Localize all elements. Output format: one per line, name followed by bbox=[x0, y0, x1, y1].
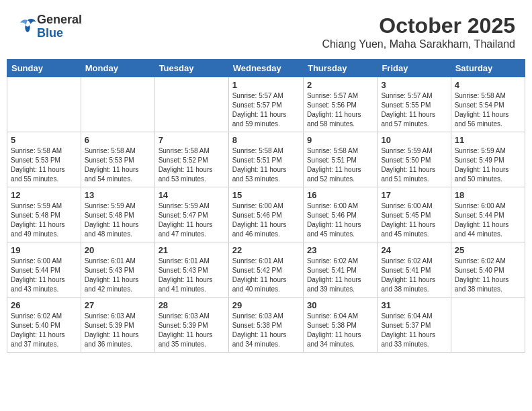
calendar-cell: 10Sunrise: 5:59 AM Sunset: 5:50 PM Dayli… bbox=[378, 132, 451, 187]
day-info: Sunrise: 6:00 AM Sunset: 5:46 PM Dayligh… bbox=[307, 201, 373, 239]
day-info: Sunrise: 5:59 AM Sunset: 5:48 PM Dayligh… bbox=[85, 201, 151, 239]
day-info: Sunrise: 5:58 AM Sunset: 5:53 PM Dayligh… bbox=[85, 146, 151, 184]
calendar-cell: 2Sunrise: 5:57 AM Sunset: 5:56 PM Daylig… bbox=[303, 77, 377, 132]
weekday-header-tuesday: Tuesday bbox=[154, 60, 228, 77]
day-info: Sunrise: 6:04 AM Sunset: 5:37 PM Dayligh… bbox=[381, 312, 447, 349]
calendar-week-row: 19Sunrise: 6:00 AM Sunset: 5:44 PM Dayli… bbox=[7, 242, 525, 298]
day-info: Sunrise: 6:01 AM Sunset: 5:43 PM Dayligh… bbox=[159, 257, 225, 294]
day-number: 1 bbox=[232, 80, 300, 90]
calendar-cell: 29Sunrise: 6:03 AM Sunset: 5:38 PM Dayli… bbox=[228, 298, 303, 353]
day-number: 30 bbox=[307, 300, 373, 310]
weekday-header-saturday: Saturday bbox=[451, 60, 525, 77]
calendar-cell: 20Sunrise: 6:01 AM Sunset: 5:43 PM Dayli… bbox=[81, 242, 154, 298]
calendar-cell: 5Sunrise: 5:58 AM Sunset: 5:53 PM Daylig… bbox=[7, 132, 81, 187]
calendar-cell: 17Sunrise: 6:00 AM Sunset: 5:45 PM Dayli… bbox=[378, 187, 451, 242]
calendar-cell bbox=[81, 77, 154, 132]
calendar-week-row: 26Sunrise: 6:02 AM Sunset: 5:40 PM Dayli… bbox=[7, 298, 525, 353]
calendar-cell bbox=[154, 77, 228, 132]
day-info: Sunrise: 6:03 AM Sunset: 5:38 PM Dayligh… bbox=[232, 312, 300, 349]
day-number: 16 bbox=[307, 190, 373, 200]
calendar-cell: 6Sunrise: 5:58 AM Sunset: 5:53 PM Daylig… bbox=[81, 132, 154, 187]
day-number: 14 bbox=[159, 190, 225, 200]
calendar-cell: 14Sunrise: 5:59 AM Sunset: 5:47 PM Dayli… bbox=[154, 187, 228, 242]
day-number: 21 bbox=[159, 245, 225, 255]
weekday-header-wednesday: Wednesday bbox=[228, 60, 303, 77]
calendar-cell: 9Sunrise: 5:58 AM Sunset: 5:51 PM Daylig… bbox=[303, 132, 377, 187]
calendar-cell: 4Sunrise: 5:58 AM Sunset: 5:54 PM Daylig… bbox=[451, 77, 525, 132]
day-info: Sunrise: 6:01 AM Sunset: 5:43 PM Dayligh… bbox=[85, 257, 151, 294]
day-number: 9 bbox=[307, 135, 373, 145]
calendar-cell: 24Sunrise: 6:02 AM Sunset: 5:41 PM Dayli… bbox=[378, 242, 451, 298]
calendar-cell bbox=[7, 77, 81, 132]
calendar-cell: 19Sunrise: 6:00 AM Sunset: 5:44 PM Dayli… bbox=[7, 242, 81, 298]
logo: General Blue bbox=[17, 13, 82, 40]
day-number: 8 bbox=[232, 135, 300, 145]
calendar-cell: 1Sunrise: 5:57 AM Sunset: 5:57 PM Daylig… bbox=[228, 77, 303, 132]
day-number: 31 bbox=[381, 300, 447, 310]
calendar-cell: 28Sunrise: 6:03 AM Sunset: 5:39 PM Dayli… bbox=[154, 298, 228, 353]
day-number: 6 bbox=[85, 135, 151, 145]
day-info: Sunrise: 5:58 AM Sunset: 5:51 PM Dayligh… bbox=[307, 146, 373, 184]
day-number: 26 bbox=[11, 300, 77, 310]
day-number: 20 bbox=[85, 245, 151, 255]
day-info: Sunrise: 6:03 AM Sunset: 5:39 PM Dayligh… bbox=[159, 312, 225, 349]
day-number: 5 bbox=[11, 135, 77, 145]
day-info: Sunrise: 5:57 AM Sunset: 5:57 PM Dayligh… bbox=[232, 91, 300, 129]
day-info: Sunrise: 6:00 AM Sunset: 5:45 PM Dayligh… bbox=[381, 201, 447, 239]
logo-bird-icon bbox=[18, 17, 37, 34]
day-info: Sunrise: 5:59 AM Sunset: 5:49 PM Dayligh… bbox=[455, 146, 521, 184]
calendar-cell: 7Sunrise: 5:58 AM Sunset: 5:52 PM Daylig… bbox=[154, 132, 228, 187]
day-info: Sunrise: 5:59 AM Sunset: 5:47 PM Dayligh… bbox=[159, 201, 225, 239]
location-title: Chiang Yuen, Maha Sarakham, Thailand bbox=[322, 38, 515, 50]
weekday-header-row: SundayMondayTuesdayWednesdayThursdayFrid… bbox=[7, 60, 525, 77]
calendar-cell: 12Sunrise: 5:59 AM Sunset: 5:48 PM Dayli… bbox=[7, 187, 81, 242]
day-number: 25 bbox=[455, 245, 521, 255]
calendar-cell: 22Sunrise: 6:01 AM Sunset: 5:42 PM Dayli… bbox=[228, 242, 303, 298]
day-number: 2 bbox=[307, 80, 373, 90]
calendar-cell: 8Sunrise: 5:58 AM Sunset: 5:51 PM Daylig… bbox=[228, 132, 303, 187]
day-number: 4 bbox=[455, 80, 521, 90]
day-number: 22 bbox=[232, 245, 300, 255]
day-info: Sunrise: 6:00 AM Sunset: 5:44 PM Dayligh… bbox=[455, 201, 521, 239]
weekday-header-monday: Monday bbox=[81, 60, 154, 77]
day-info: Sunrise: 6:02 AM Sunset: 5:40 PM Dayligh… bbox=[455, 257, 521, 294]
weekday-header-sunday: Sunday bbox=[7, 60, 81, 77]
calendar-cell: 15Sunrise: 6:00 AM Sunset: 5:46 PM Dayli… bbox=[228, 187, 303, 242]
month-title: October 2025 bbox=[322, 13, 515, 38]
day-info: Sunrise: 6:04 AM Sunset: 5:38 PM Dayligh… bbox=[307, 312, 373, 349]
day-number: 28 bbox=[159, 300, 225, 310]
day-info: Sunrise: 5:58 AM Sunset: 5:52 PM Dayligh… bbox=[159, 146, 225, 184]
day-info: Sunrise: 5:58 AM Sunset: 5:53 PM Dayligh… bbox=[11, 146, 77, 184]
logo-general-text: General bbox=[37, 13, 82, 27]
day-number: 7 bbox=[159, 135, 225, 145]
day-number: 11 bbox=[455, 135, 521, 145]
calendar-week-row: 1Sunrise: 5:57 AM Sunset: 5:57 PM Daylig… bbox=[7, 77, 525, 132]
weekday-header-friday: Friday bbox=[378, 60, 451, 77]
calendar-cell: 26Sunrise: 6:02 AM Sunset: 5:40 PM Dayli… bbox=[7, 298, 81, 353]
calendar-week-row: 12Sunrise: 5:59 AM Sunset: 5:48 PM Dayli… bbox=[7, 187, 525, 242]
day-info: Sunrise: 5:58 AM Sunset: 5:51 PM Dayligh… bbox=[232, 146, 300, 184]
day-info: Sunrise: 6:01 AM Sunset: 5:42 PM Dayligh… bbox=[232, 257, 300, 294]
calendar-table: SundayMondayTuesdayWednesdayThursdayFrid… bbox=[7, 59, 525, 353]
day-number: 19 bbox=[11, 245, 77, 255]
day-number: 18 bbox=[455, 190, 521, 200]
calendar-cell: 31Sunrise: 6:04 AM Sunset: 5:37 PM Dayli… bbox=[378, 298, 451, 353]
day-number: 23 bbox=[307, 245, 373, 255]
day-info: Sunrise: 6:00 AM Sunset: 5:46 PM Dayligh… bbox=[232, 201, 300, 239]
calendar-cell: 16Sunrise: 6:00 AM Sunset: 5:46 PM Dayli… bbox=[303, 187, 377, 242]
day-info: Sunrise: 6:02 AM Sunset: 5:41 PM Dayligh… bbox=[307, 257, 373, 294]
calendar-cell bbox=[451, 298, 525, 353]
logo-blue-text: Blue bbox=[37, 27, 82, 40]
day-info: Sunrise: 6:02 AM Sunset: 5:41 PM Dayligh… bbox=[381, 257, 447, 294]
day-info: Sunrise: 5:57 AM Sunset: 5:55 PM Dayligh… bbox=[381, 91, 447, 129]
calendar-cell: 3Sunrise: 5:57 AM Sunset: 5:55 PM Daylig… bbox=[378, 77, 451, 132]
day-number: 24 bbox=[381, 245, 447, 255]
calendar-cell: 23Sunrise: 6:02 AM Sunset: 5:41 PM Dayli… bbox=[303, 242, 377, 298]
day-number: 3 bbox=[381, 80, 447, 90]
day-info: Sunrise: 6:02 AM Sunset: 5:40 PM Dayligh… bbox=[11, 312, 77, 349]
day-info: Sunrise: 5:58 AM Sunset: 5:54 PM Dayligh… bbox=[455, 91, 521, 129]
day-info: Sunrise: 5:59 AM Sunset: 5:50 PM Dayligh… bbox=[381, 146, 447, 184]
calendar-week-row: 5Sunrise: 5:58 AM Sunset: 5:53 PM Daylig… bbox=[7, 132, 525, 187]
page-header: General Blue October 2025 Chiang Yuen, M… bbox=[7, 7, 525, 54]
day-number: 27 bbox=[85, 300, 151, 310]
